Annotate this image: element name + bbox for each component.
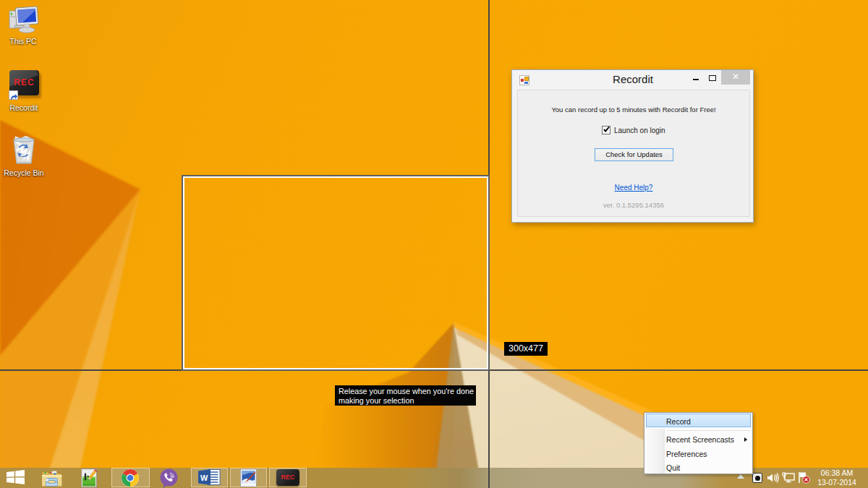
svg-text:W: W xyxy=(200,474,208,482)
